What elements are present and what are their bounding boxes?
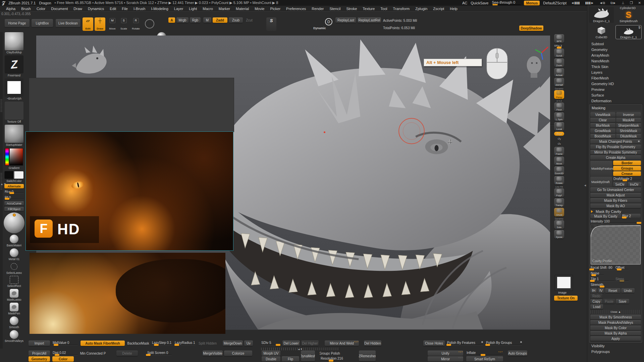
rf-slider[interactable]: Rf 0 — [4, 195, 24, 200]
select-rect[interactable]: SelectRect — [7, 276, 21, 288]
rgb-button[interactable]: Rgb — [190, 17, 201, 23]
polygroups[interactable]: Polygroups — [589, 349, 642, 354]
rotate-y-button[interactable]: ↺y — [553, 137, 565, 141]
stroke-freehand[interactable]: FreeHand — [5, 55, 23, 77]
intensity-slider[interactable]: Intensity 100 — [590, 219, 641, 224]
left-tray-scrollbar[interactable] — [0, 32, 3, 349]
deformation[interactable]: Deformation — [589, 98, 642, 104]
mask-by-ao[interactable]: Mask By AO — [590, 203, 641, 208]
polyframe-button[interactable]: Line FillPolyF — [553, 186, 565, 197]
move-button[interactable]: MMove — [107, 17, 117, 31]
aahalf-button[interactable]: AAHalf — [553, 78, 565, 86]
draw[interactable]: Draw — [73, 7, 82, 11]
visibility[interactable]: Visibility — [589, 343, 642, 349]
mergedown-button[interactable]: MergeDown — [223, 341, 243, 346]
sharpenmask[interactable]: SharpenMask — [616, 123, 641, 128]
geometry[interactable]: Geometry — [589, 47, 642, 52]
alternate-button[interactable]: Alternate — [4, 184, 24, 188]
image-thumb-frame[interactable] — [555, 275, 573, 291]
import-button[interactable]: Import — [29, 341, 50, 346]
document[interactable]: Document — [51, 7, 68, 11]
redo[interactable]: Redo — [590, 294, 602, 298]
inverse[interactable]: Inverse — [616, 112, 641, 117]
dilutemask[interactable]: DiluteMask — [616, 134, 641, 138]
move-3d-button[interactable]: Move — [553, 157, 565, 165]
solo-button[interactable]: DynamicSolo — [553, 218, 565, 229]
fh[interactable]: fH — [590, 288, 597, 293]
quicksave-button[interactable]: QuickSave — [471, 1, 488, 5]
mask-by-fibers[interactable]: Mask By Fibers — [590, 198, 641, 203]
current-alpha-icon[interactable] — [143, 17, 155, 31]
zremesher-button[interactable]: ZRemesher — [359, 351, 376, 361]
ghost-button[interactable]: Ghost — [553, 208, 565, 217]
rotate-button[interactable]: RRotate — [130, 17, 142, 31]
mask-by-cavity[interactable]: Mask By Cavity — [590, 214, 621, 219]
palette-dock-left-icon[interactable]: ◄⧉ — [598, 1, 606, 5]
preferences[interactable]: Preferences — [286, 7, 306, 11]
mrgb-button[interactable]: Mrgb — [176, 17, 189, 23]
border[interactable]: Border — [613, 161, 641, 165]
go-to-unmasked-center[interactable]: Go To Unmasked Center — [590, 187, 641, 192]
camera-orientation-gizmo[interactable] — [522, 46, 549, 79]
create-alpha[interactable]: Create Alpha — [590, 155, 641, 160]
color[interactable]: Color — [37, 7, 45, 11]
menus-button[interactable]: Menus — [524, 1, 540, 5]
zcut-button[interactable]: Zcut — [244, 17, 254, 23]
lsym-button[interactable]: L.Sym — [553, 112, 565, 121]
backfacemask-button[interactable]: BackfaceMask — [126, 341, 150, 346]
mask-by-cavity-header[interactable]: Mask By Cavity — [590, 209, 641, 214]
smart-resym-button[interactable]: Smart ReSym — [466, 356, 503, 362]
fillobject-button[interactable]: FillObject — [4, 207, 24, 211]
zsub-button[interactable]: Zsub — [229, 17, 243, 23]
tool-thumb-cube3d[interactable]: Cube3D — [589, 24, 614, 39]
paste[interactable]: Paste — [603, 299, 615, 304]
render[interactable]: Render — [312, 7, 324, 11]
transp-button[interactable]: Transp — [553, 198, 565, 207]
subtool[interactable]: Subtool — [589, 41, 642, 47]
tool-thumb-dragon-2-1[interactable]: Dragon-2_1 — [589, 7, 614, 23]
tool-thumb-cylinder3d[interactable]: Cylinder3D — [620, 6, 636, 10]
live-boolean-button[interactable]: Live Boolean — [56, 19, 80, 27]
material-metal-01[interactable]: Metal 01 — [9, 248, 20, 261]
del-higher-button[interactable]: Del Higher — [301, 341, 319, 346]
i-modeling[interactable]: I-Modeling — [151, 7, 168, 11]
ac-button[interactable]: AC — [462, 1, 467, 5]
alpha[interactable]: Alpha — [6, 7, 15, 11]
tool-thumb-simplebrush[interactable]: S SimpleBrush — [616, 10, 641, 23]
brush-claybuildup[interactable]: ClayBuildup — [5, 32, 23, 54]
apply[interactable]: Apply — [590, 336, 641, 341]
midvalue-slider[interactable]: MidValue 0 — [52, 341, 78, 346]
tool[interactable]: Tool — [380, 7, 387, 11]
dynamics[interactable]: Dynamics — [88, 7, 104, 11]
reference-image-smaug[interactable]: F HD — [25, 131, 233, 251]
groups[interactable]: Groups — [613, 166, 641, 171]
morph-uv-button[interactable]: Morph UV — [262, 351, 280, 356]
see-through-slider[interactable]: See-through 0 — [492, 1, 521, 5]
load[interactable]: Load — [590, 304, 603, 309]
home-page-button[interactable]: Home Page — [5, 19, 30, 27]
material-startup[interactable]: StartupMater — [5, 125, 23, 146]
projectall-button[interactable]: ProjectAll — [29, 351, 50, 356]
del-lower-button[interactable]: Del Lower — [282, 341, 300, 346]
inflate-slider[interactable]: Inflate — [466, 351, 503, 356]
colorize-button[interactable]: Colorize — [224, 351, 252, 356]
unify-button[interactable]: Unify — [428, 351, 463, 356]
frame-button[interactable]: Frame — [553, 147, 565, 156]
layers[interactable]: Layers — [589, 69, 642, 75]
cavity-focal-shift-slider[interactable]: Focal Shift -90 — [590, 265, 614, 270]
mirror-by-posable-symmetry[interactable]: Mirror By Posable Symmetry — [590, 150, 641, 155]
reference-image-dragon-2[interactable] — [30, 253, 225, 334]
brush[interactable]: Brush — [21, 7, 31, 11]
dist-slider[interactable]: Dist 0.02 — [52, 351, 78, 356]
surface[interactable]: Surface — [589, 92, 642, 98]
xpose-button[interactable]: Xpose — [553, 230, 565, 239]
groups-button[interactable]: Groups — [320, 351, 330, 356]
bpr-button[interactable]: BPR — [553, 34, 565, 43]
current-material-preview[interactable] — [4, 213, 24, 233]
growmask[interactable]: GrowMask — [590, 128, 615, 133]
blur-slider[interactable]: Blur 0 — [4, 190, 24, 194]
blurmask[interactable]: BlurMask — [590, 123, 615, 128]
polish-by-features-slider[interactable]: Polish By Features — [447, 341, 483, 346]
split-screen-slider[interactable]: Split Screen 0 — [147, 351, 172, 356]
resolution-slider[interactable]: Resolution 216 — [320, 356, 340, 362]
